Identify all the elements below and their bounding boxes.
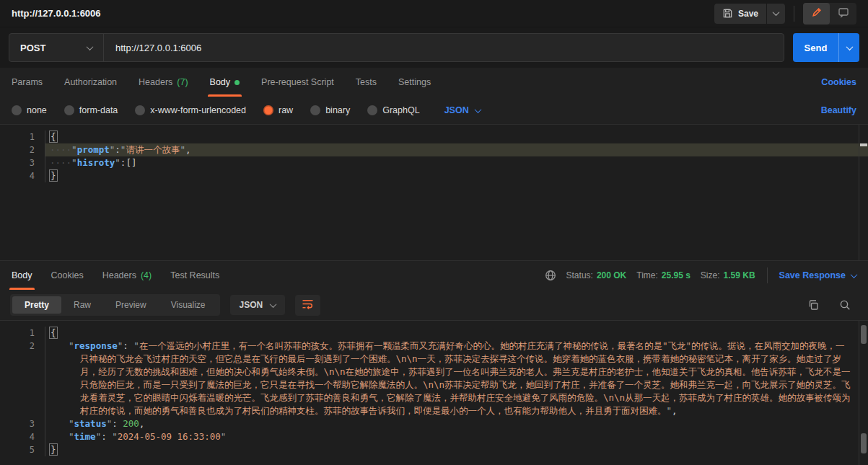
radio-icon xyxy=(12,105,22,115)
radio-binary[interactable]: binary xyxy=(310,105,350,115)
response-actions xyxy=(807,299,858,311)
radio-graphql[interactable]: GraphQL xyxy=(367,105,419,115)
view-pretty[interactable]: Pretty xyxy=(12,296,61,314)
tab-headers[interactable]: Headers(7) xyxy=(139,68,188,97)
radio-icon xyxy=(135,105,145,115)
line-number: 4 xyxy=(0,430,45,443)
tab-response-body[interactable]: Body xyxy=(12,261,32,290)
copy-button[interactable] xyxy=(807,299,819,311)
tab-body[interactable]: Body xyxy=(210,68,240,97)
window-topbar: http://127.0.0.1:6006 Save xyxy=(0,0,868,27)
response-editor-line-1[interactable]: { xyxy=(45,327,868,340)
view-preview[interactable]: Preview xyxy=(103,296,159,314)
tab-tests[interactable]: Tests xyxy=(356,68,377,97)
request-title: http://127.0.0.1:6006 xyxy=(12,8,101,19)
comments-button[interactable] xyxy=(830,3,856,25)
method-select[interactable]: POST xyxy=(9,43,103,53)
line-number: 3 xyxy=(0,417,45,430)
response-editor-line-2[interactable]: "response": "在一个遥远的小村庄里，有一个名叫苏菲的孩女。苏菲拥有一… xyxy=(45,340,868,417)
view-visualize[interactable]: Visualize xyxy=(159,296,218,314)
tab-settings[interactable]: Settings xyxy=(398,68,431,97)
response-story-text: 在一个遥远的小村庄里，有一个名叫苏菲的孩女。苏菲拥有一颗温柔而又充满好奇心的心。… xyxy=(80,340,851,416)
wrap-text-icon xyxy=(302,298,314,312)
tab-params[interactable]: Params xyxy=(12,68,43,97)
edit-comment-group xyxy=(803,3,856,25)
time-indicator: Time:25.95 s xyxy=(636,270,691,280)
url-input[interactable]: http://127.0.0.1:6006 xyxy=(104,43,784,53)
save-button-label: Save xyxy=(738,9,758,19)
time-badge: 25.95 s xyxy=(662,270,691,280)
send-button[interactable]: Send xyxy=(793,33,838,62)
wrap-lines-button[interactable] xyxy=(295,295,320,316)
editor-scrollbar[interactable] xyxy=(859,125,868,260)
current-line-marker xyxy=(860,143,867,146)
response-format-select[interactable]: JSON xyxy=(230,295,286,315)
response-editor-line-4[interactable]: "time": "2024-05-09 16:33:00" xyxy=(45,430,868,443)
cookies-link[interactable]: Cookies xyxy=(821,77,856,87)
radio-x-www-form-urlencoded[interactable]: x-www-form-urlencoded xyxy=(135,105,246,115)
active-tab-underline xyxy=(208,94,242,97)
request-editor-line-3[interactable]: ····"hisroty":[] xyxy=(45,156,868,169)
response-editor-line-5[interactable]: } xyxy=(45,443,868,456)
topbar-actions: Save xyxy=(714,3,856,25)
size-badge: 1.59 KB xyxy=(724,270,755,280)
body-content-dot xyxy=(234,80,240,85)
radio-icon xyxy=(310,105,320,115)
comment-icon xyxy=(838,6,849,21)
tab-pre-request-script[interactable]: Pre-request Script xyxy=(261,68,334,97)
radio-raw[interactable]: raw xyxy=(263,105,293,115)
tab-response-cookies[interactable]: Cookies xyxy=(51,261,84,290)
save-button[interactable]: Save xyxy=(714,4,766,24)
tab-authorization[interactable]: Authorization xyxy=(64,68,117,97)
line-number: 2 xyxy=(0,340,45,417)
save-response-button[interactable]: Save Response xyxy=(779,270,856,280)
response-toolbar: Pretty Raw Preview Visualize JSON xyxy=(0,290,868,320)
tab-response-headers[interactable]: Headers(4) xyxy=(102,261,152,290)
response-meta: Status:200 OK Time:25.95 s Size:1.59 KB … xyxy=(545,261,856,290)
line-number: 3 xyxy=(0,156,45,169)
response-headers-count-badge: (4) xyxy=(141,270,152,280)
beautify-link[interactable]: Beautify xyxy=(821,105,856,115)
radio-icon xyxy=(367,105,377,115)
response-tabs: Body Cookies Headers(4) Test Results xyxy=(12,261,219,290)
response-view-switcher: Pretty Raw Preview Visualize xyxy=(10,294,220,316)
topbar-divider xyxy=(794,6,794,22)
save-icon xyxy=(722,8,733,19)
headers-count-badge: (7) xyxy=(177,77,188,87)
radio-selected-icon xyxy=(263,105,273,115)
request-tabs-bar: Params Authorization Headers(7) Body Pre… xyxy=(0,68,868,97)
chevron-down-icon xyxy=(846,43,853,50)
line-number: 4 xyxy=(0,169,45,182)
scrollbar-thumb xyxy=(861,433,867,453)
body-type-bar: none form-data x-www-form-urlencoded raw… xyxy=(0,97,868,124)
save-button-group: Save xyxy=(714,4,785,24)
status-indicator: Status:200 OK xyxy=(566,270,627,280)
request-tabs: Params Authorization Headers(7) Body Pre… xyxy=(12,68,431,97)
method-label: POST xyxy=(20,43,45,53)
response-body-editor: 1{ 2"response": "在一个遥远的小村庄里，有一个名叫苏菲的孩女。苏… xyxy=(0,320,868,465)
request-body-editor: 1{ 2····"prompt":"请讲一个故事", 3····"hisroty… xyxy=(0,124,868,261)
line-number: 1 xyxy=(0,327,45,340)
active-tab-underline xyxy=(9,288,35,290)
request-editor-line-1[interactable]: { xyxy=(45,130,868,143)
url-box: POST http://127.0.0.1:6006 xyxy=(9,33,784,62)
save-options-button[interactable] xyxy=(766,4,785,24)
response-header: Body Cookies Headers(4) Test Results Sta… xyxy=(0,261,868,290)
view-raw[interactable]: Raw xyxy=(61,296,103,314)
chevron-down-icon xyxy=(474,106,481,113)
search-button[interactable] xyxy=(839,299,851,311)
request-editor-line-2[interactable]: ····"prompt":"请讲一个故事", xyxy=(45,143,868,156)
tab-test-results[interactable]: Test Results xyxy=(170,261,219,290)
chevron-down-icon xyxy=(851,271,858,278)
radio-form-data[interactable]: form-data xyxy=(64,105,118,115)
radio-none[interactable]: none xyxy=(12,105,47,115)
raw-format-select[interactable]: JSON xyxy=(444,105,481,115)
pencil-icon xyxy=(811,6,823,21)
response-editor-line-3[interactable]: "status": 200, xyxy=(45,417,868,430)
scrollbar-thumb xyxy=(861,325,867,344)
request-editor-line-4[interactable]: } xyxy=(45,169,868,182)
send-options-button[interactable] xyxy=(838,33,859,62)
edit-button[interactable] xyxy=(803,3,830,25)
size-indicator: Size:1.59 KB xyxy=(701,270,755,280)
response-editor-scrollbar[interactable] xyxy=(859,321,868,465)
